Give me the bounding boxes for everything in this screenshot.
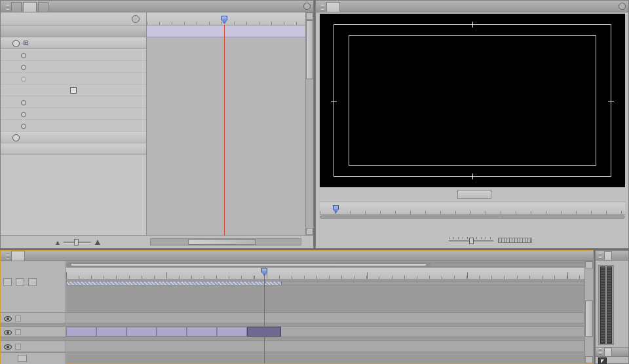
effect-row-time-remapping[interactable] — [1, 143, 146, 155]
viewing-area-thumb[interactable] — [67, 263, 430, 266]
toggle-animation-icon[interactable] — [21, 65, 26, 70]
effect-row-scale-width — [1, 73, 146, 84]
lift-button[interactable] — [539, 235, 552, 246]
timeline-clip[interactable] — [66, 327, 96, 337]
effect-row-motion[interactable]: ⊞ — [1, 37, 146, 49]
output-menu-button[interactable] — [565, 221, 578, 232]
tab-source[interactable] — [11, 2, 22, 12]
tab-program[interactable] — [326, 2, 340, 12]
effect-controls-mini-timeline[interactable] — [146, 12, 307, 235]
effect-enabled-icon[interactable] — [12, 40, 20, 47]
panel-menu-icon[interactable] — [303, 3, 311, 10]
horizontal-scrollbar[interactable] — [150, 238, 301, 246]
scrollbar-thumb[interactable] — [188, 239, 256, 245]
timeline-clip[interactable] — [217, 327, 247, 337]
timeline-clip[interactable] — [96, 327, 126, 337]
viewing-area-left-grip[interactable] — [67, 263, 71, 266]
extract-button[interactable] — [553, 235, 566, 246]
tab-timeline[interactable] — [11, 251, 25, 261]
tab-tools[interactable] — [604, 348, 612, 356]
center-tick-right — [608, 101, 614, 101]
snap-toggle[interactable] — [3, 278, 12, 286]
scroll-down-icon[interactable] — [585, 356, 593, 363]
program-ruler[interactable] — [320, 202, 625, 215]
timeline-clip[interactable] — [126, 327, 157, 337]
scroll-up-icon[interactable] — [306, 12, 313, 20]
track-video3-content[interactable] — [66, 312, 584, 323]
set-out-point-button[interactable] — [406, 221, 419, 232]
track-lock-toggle[interactable] — [15, 329, 21, 335]
monitor-menu-button[interactable] — [582, 235, 595, 246]
jog-disk[interactable] — [498, 238, 532, 243]
uniform-scale-checkbox[interactable] — [70, 87, 77, 94]
panel-drag-grip[interactable] — [6, 253, 9, 259]
track-video1 — [1, 340, 584, 352]
safe-margins-button[interactable] — [550, 221, 563, 232]
set-display-style-button[interactable] — [18, 355, 27, 362]
tab-effect-controls[interactable] — [23, 2, 37, 12]
track-video1-content[interactable] — [66, 340, 584, 352]
panel-drag-grip[interactable] — [321, 4, 324, 10]
go-to-prev-edit-button[interactable] — [391, 235, 404, 246]
set-marker-button[interactable] — [422, 221, 435, 232]
tab-audio-mixer[interactable] — [38, 2, 48, 12]
go-to-out-button[interactable] — [514, 221, 527, 232]
track-lock-toggle[interactable] — [15, 344, 21, 350]
loop-button[interactable] — [536, 221, 549, 232]
toggle-track-output-icon[interactable] — [4, 344, 12, 350]
set-sequence-marker-button[interactable] — [16, 278, 24, 286]
timeline-clip[interactable] — [187, 327, 217, 337]
toggle-track-output-icon[interactable] — [4, 330, 12, 335]
step-back-button[interactable] — [471, 221, 484, 232]
track-video2-content[interactable] — [66, 326, 584, 337]
selection-tool-button[interactable] — [598, 357, 607, 364]
effect-controls-panel: ⊞ — [0, 0, 314, 249]
show-hide-timeline-button[interactable] — [132, 15, 140, 23]
panel-menu-icon[interactable] — [619, 3, 626, 10]
work-area-bar[interactable] — [67, 282, 282, 285]
timeline-vertical-scrollbar[interactable] — [584, 261, 593, 363]
work-area-lane[interactable] — [66, 281, 586, 285]
transport-controls-row2 — [320, 234, 625, 247]
step-forward-button[interactable] — [500, 221, 513, 232]
timeline-ruler[interactable] — [66, 268, 586, 280]
panel-drag-grip[interactable] — [599, 348, 602, 355]
scroll-down-icon[interactable] — [306, 228, 313, 235]
current-time-indicator[interactable] — [333, 205, 339, 213]
toggle-animation-icon[interactable] — [21, 112, 26, 117]
track-lock-toggle[interactable] — [15, 316, 21, 321]
panel-drag-grip[interactable] — [6, 4, 9, 10]
go-to-in-button[interactable] — [457, 221, 470, 232]
scrollbar-thumb[interactable] — [306, 20, 313, 79]
tab-audio-meters[interactable] — [604, 251, 612, 260]
scroll-up-icon[interactable] — [585, 261, 593, 268]
zoom-in-icon[interactable] — [95, 240, 100, 245]
viewing-area-right-grip[interactable] — [426, 263, 430, 266]
shuttle-thumb[interactable] — [469, 238, 474, 244]
zoom-slider-thumb[interactable] — [74, 239, 79, 246]
play-button[interactable] — [486, 221, 499, 232]
program-video-area[interactable] — [320, 14, 625, 187]
shuttle-slider[interactable] — [449, 237, 493, 244]
effect-timeline-clip-bar[interactable] — [147, 26, 307, 37]
timeline-clip[interactable] — [157, 327, 187, 337]
vertical-scrollbar[interactable] — [305, 12, 313, 235]
panel-drag-grip[interactable] — [599, 252, 602, 259]
export-frame-button[interactable] — [567, 235, 581, 246]
viewing-area-thumb[interactable] — [321, 216, 503, 218]
toggle-animation-icon[interactable] — [21, 100, 26, 105]
viewing-area-bar[interactable] — [66, 263, 586, 267]
toggle-animation-icon[interactable] — [21, 53, 26, 58]
toggle-animation-icon[interactable] — [21, 124, 26, 129]
go-to-next-edit-button[interactable] — [406, 235, 419, 246]
program-viewing-area-bar[interactable] — [320, 215, 625, 219]
effect-row-opacity[interactable] — [1, 132, 146, 143]
scrollbar-thumb[interactable] — [585, 300, 593, 337]
zoom-out-icon[interactable] — [56, 241, 60, 245]
zoom-level-select[interactable] — [457, 190, 491, 199]
effect-enabled-icon[interactable] — [12, 134, 20, 141]
toggle-track-output-icon[interactable] — [4, 316, 12, 321]
timeline-ruler-zone — [66, 261, 586, 291]
set-in-point-button[interactable] — [391, 221, 404, 232]
marker-menu-button[interactable] — [28, 278, 37, 286]
